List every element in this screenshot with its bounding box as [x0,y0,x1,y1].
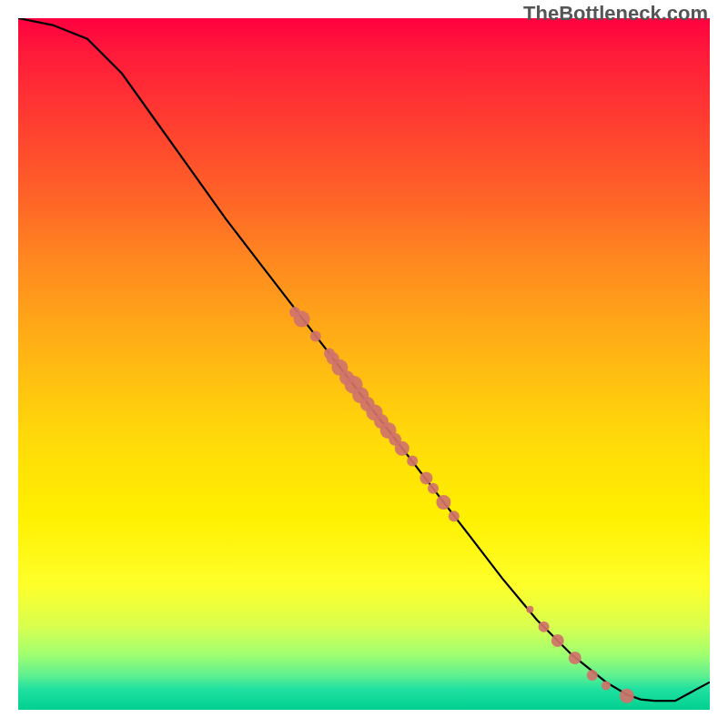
scatter-point [620,689,634,703]
scatter-point [436,495,450,510]
scatter-point [395,441,410,456]
scatter-point [420,471,432,484]
curve-path [18,18,710,701]
chart-svg [18,18,710,710]
scatter-point [310,331,321,342]
scatter-point [587,670,598,681]
scatter-point [428,483,439,494]
scatter-points [289,307,634,703]
chart-container: TheBottleneck.com [0,0,728,728]
scatter-point [526,606,533,613]
scatter-point [569,652,581,664]
scatter-point [294,311,310,328]
curve-line [18,18,710,701]
scatter-point [602,681,611,690]
scatter-point [407,455,418,466]
scatter-point [551,634,564,647]
scatter-point [539,622,550,632]
scatter-point [449,511,460,521]
